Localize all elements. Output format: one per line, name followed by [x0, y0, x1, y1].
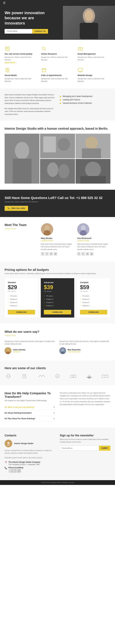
hero-image-placeholder — [63, 6, 115, 40]
team-image-by-link[interactable]: Foter — [12, 228, 16, 230]
hero-person-svg — [74, 7, 104, 39]
email-input[interactable] — [4, 29, 32, 34]
plan-name-2: Complite — [80, 281, 107, 284]
text-right: ▶ Managing your Career Development ▶ Lea… — [60, 93, 111, 116]
testimonial-text-1: Sample text. Click to select the text bo… — [59, 340, 111, 346]
contact-company-label: Interior Design Studio — [14, 442, 33, 444]
svg-point-7 — [42, 47, 45, 50]
member-role-mary: LOREM IPSUM — [41, 240, 74, 242]
plan-price-0: $29 — [8, 284, 35, 290]
plan-per-2: Per Month — [80, 290, 107, 292]
avatar-mary — [41, 223, 53, 236]
newsletter-description: Want to be the first to read our news? S… — [60, 438, 111, 444]
hero-image — [63, 6, 115, 40]
svg-point-29 — [85, 136, 98, 149]
contact-company-name: Interior Design Studio — [14, 442, 33, 444]
service-readmore-0[interactable]: READ MORE » — [4, 62, 16, 64]
pricing-card-advanced: Advanced $39 Per Month 75 Users Feature … — [41, 278, 74, 318]
linkedin-icon-mary[interactable]: in — [50, 252, 53, 256]
social-links-mary: f t in g+ — [41, 252, 74, 256]
faq-item-2[interactable]: 03. Plan About For Home Painting? ▼ — [4, 416, 55, 422]
gplus-icon-ann[interactable]: g+ — [90, 252, 93, 256]
paragraph-1: Amet luctus venenatis lectus magna fring… — [4, 93, 55, 105]
faq-left: How Do We Help Companies To Transform? W… — [4, 392, 55, 422]
social-links-ann: f t in g+ — [77, 252, 111, 256]
client-logo-1 — [20, 373, 31, 379]
plan-features-2: 75 Users Feature 2 Feature 3 Feature 4 — [80, 294, 107, 307]
plan-btn-2[interactable]: DOWNLOAD — [80, 310, 107, 314]
service-item-3: Social Media Sample text. Click to selec… — [4, 67, 37, 82]
plan-feature-2-1: Feature 2 — [80, 298, 107, 301]
svg-point-23 — [15, 142, 29, 160]
plan-btn-1[interactable]: DOWNLOAD — [44, 310, 71, 314]
paragraph-2: Nec feugiat nisl pretium fusce id. Justo… — [4, 107, 55, 116]
twitter-icon-ann[interactable]: t — [81, 252, 85, 256]
service-title-1: Online Research — [41, 53, 74, 55]
service-desc-0: Sample text. Click to select the Text El… — [4, 56, 37, 61]
linkedin-icon-ann[interactable]: in — [86, 252, 89, 256]
testimonial-avatar-0 — [4, 347, 11, 354]
plan-per-0: Per Month — [8, 290, 35, 292]
plan-features-0: 75 Users Feature 2 Feature 3 Feature 4 — [8, 294, 35, 307]
twitter-icon-mary[interactable]: t — [45, 252, 49, 256]
faq-item-1[interactable]: 02. House Painting Essentials? ▼ — [4, 410, 55, 416]
faq-right: We want to understand your clients: are … — [60, 392, 111, 422]
phone-icon: 📞 — [4, 467, 7, 469]
phone-title: Phone (Landline) — [8, 466, 23, 469]
newsletter-input[interactable] — [60, 446, 99, 450]
faq-item-0[interactable]: 01. What is still your top thinking? ▼ — [4, 404, 55, 410]
testimonial-name-1: Mat Reynolds — [68, 348, 81, 351]
newsletter-submit-button[interactable]: SUBMIT — [99, 446, 111, 450]
contact-address: 📍 The Interior Design Studio Company The… — [4, 461, 55, 465]
svg-rect-30 — [82, 148, 101, 158]
service-icon-3 — [4, 67, 10, 73]
plan-btn-0[interactable]: DOWNLOAD — [8, 310, 35, 314]
team-image-by: Image by Foter — [4, 228, 38, 230]
newsletter-form: SUBMIT — [60, 446, 111, 450]
client-logo-2 — [36, 373, 47, 379]
testimonials-image-by-link[interactable]: Foter — [12, 334, 16, 336]
gplus-icon-mary[interactable]: g+ — [54, 252, 57, 256]
svg-point-2 — [85, 10, 93, 21]
svg-rect-36 — [80, 176, 106, 184]
hero-title: We power innovation because we are innov… — [4, 10, 54, 26]
team-title: Meet The Team — [4, 223, 38, 227]
facebook-icon-ann[interactable]: f — [77, 252, 80, 256]
clients-title: Here are some of our clients — [4, 366, 111, 370]
hero-text: We power innovation because we are innov… — [0, 6, 58, 40]
photo-cell-2 — [76, 134, 111, 158]
interior-section: Interior Design Studio with a human cent… — [0, 120, 115, 190]
cta-subtitle: Sample text. Click to select the Text El… — [4, 201, 111, 203]
plan-per-1: Per Month — [44, 290, 71, 292]
team-member-ann: Ann Richmond LOREM IPSUM Quis amet luctu… — [77, 223, 111, 256]
testimonial-name-0: Celia Almeda — [13, 348, 25, 351]
text-section: Amet luctus venenatis lectus magna fring… — [0, 89, 115, 120]
contact-phone: 📞 Phone (Landline) +1 913 621 9867 +1 91… — [4, 466, 55, 473]
service-icon-0 — [4, 46, 10, 52]
svg-point-32 — [47, 162, 58, 177]
testimonial-info-0: Celia Almeda Secretary — [13, 348, 25, 353]
clients-section: Here are some of our clients — [0, 360, 115, 385]
newsletter-title: Sign up for the newsletter — [60, 434, 111, 437]
phone-number: +1 913 621 9867 — [8, 469, 23, 471]
contacts-section: Contacts Interior Design Studio Use our … — [0, 428, 115, 480]
svg-rect-1 — [80, 23, 98, 39]
contacts-right: Sign up for the newsletter Want to be th… — [60, 434, 111, 474]
bullet-arrow-0: ▶ — [60, 95, 61, 98]
bullet-item-0: ▶ Managing your Career Development — [60, 95, 111, 98]
contact-phone-text: Phone (Landline) +1 913 621 9867 +1 913 … — [8, 466, 23, 473]
service-item-2: Email Management Sample text. Click to s… — [78, 46, 111, 64]
bullet-text-1: Leading with Finance — [63, 99, 80, 101]
facebook-icon-mary[interactable]: f — [41, 252, 44, 256]
services-section: Our call service world quality Sample te… — [0, 40, 115, 89]
contact-us-button[interactable]: CONTACT US — [32, 29, 48, 34]
free-call-button[interactable]: 📞 FREE CALL NOW — [4, 206, 28, 211]
service-icon-1 — [41, 46, 47, 52]
member-bio-ann: Quis amet luctus venenatis lectus magna … — [77, 243, 111, 251]
member-name-ann: Ann Richmond — [77, 237, 111, 240]
contact-address-text: The Interior Design Studio Company The C… — [8, 461, 40, 465]
team-intro: Meet The Team Image by Foter — [4, 223, 38, 231]
contact-footer-note: Feel free to get in touch with us via em… — [4, 456, 55, 459]
contact-logo-circle — [4, 440, 12, 447]
hamburger-icon[interactable]: ☰ — [3, 1, 5, 4]
